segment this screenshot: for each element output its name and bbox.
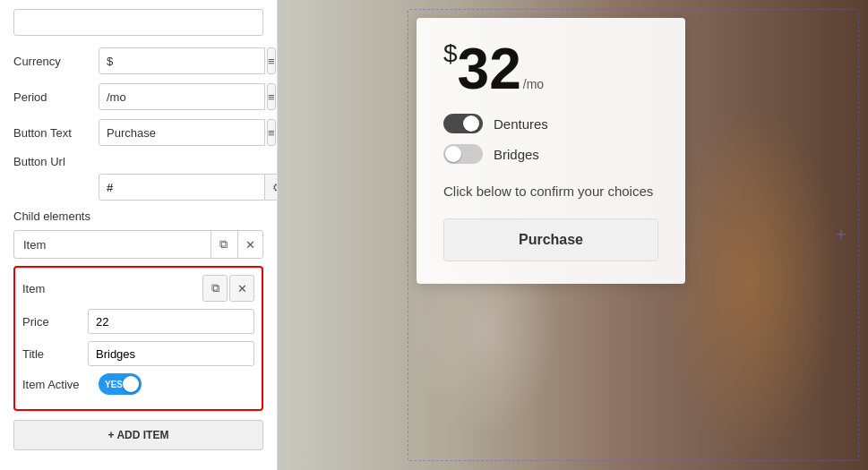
top-textarea[interactable] bbox=[13, 9, 263, 36]
currency-label: Currency bbox=[13, 55, 99, 68]
purchase-button[interactable]: Purchase bbox=[443, 218, 658, 261]
button-text-input[interactable] bbox=[99, 119, 265, 146]
add-item-label: + ADD ITEM bbox=[108, 429, 169, 441]
item-active-toggle-wrap: YES bbox=[99, 373, 142, 395]
button-text-lines-icon[interactable]: ≡ bbox=[267, 119, 276, 146]
item-copy-icon-1[interactable]: ⧉ bbox=[211, 231, 236, 258]
price-display: $32/mo bbox=[443, 40, 658, 98]
add-item-button[interactable]: + ADD ITEM bbox=[13, 420, 263, 450]
price-label: Price bbox=[22, 315, 88, 329]
item-close-icon-1[interactable]: ✕ bbox=[237, 231, 262, 258]
item-name-1: Item bbox=[14, 233, 209, 257]
button-text-label: Button Text bbox=[13, 126, 99, 140]
bridges-toggle-knob bbox=[445, 146, 461, 162]
title-label: Title bbox=[22, 347, 88, 361]
button-url-wrap: ⚙ ≡ bbox=[99, 174, 278, 201]
item-name-2: Item bbox=[22, 282, 201, 295]
period-lines-icon[interactable]: ≡ bbox=[267, 83, 276, 110]
currency-lines-icon[interactable]: ≡ bbox=[267, 47, 276, 74]
item-active-label: Item Active bbox=[22, 378, 99, 391]
title-row: Title bbox=[22, 341, 254, 366]
currency-input[interactable] bbox=[99, 47, 265, 74]
button-url-label: Button Url bbox=[13, 155, 99, 168]
toggle-yes-label: YES bbox=[105, 380, 123, 389]
toggle-item-bridges: Bridges bbox=[443, 144, 658, 164]
period-label: Period bbox=[13, 90, 99, 104]
child-elements-label: Child elements bbox=[13, 209, 263, 223]
right-panel: $32/mo Dentures Bridges Click below to c… bbox=[278, 0, 868, 470]
item-close-icon-2[interactable]: ✕ bbox=[229, 275, 254, 302]
item-expanded-header: Item ⧉ ✕ bbox=[22, 275, 254, 302]
button-text-row: Button Text ≡ bbox=[13, 119, 263, 146]
left-panel: Currency ≡ Period ≡ Button Text ≡ Button… bbox=[0, 0, 278, 470]
dentures-toggle-knob bbox=[463, 115, 479, 132]
item-expanded-2: Item ⧉ ✕ Price Title Item Active YES bbox=[13, 266, 263, 411]
button-url-row: Button Url bbox=[13, 155, 263, 168]
currency-row: Currency ≡ bbox=[13, 47, 263, 74]
purchase-label: Purchase bbox=[519, 232, 583, 247]
button-url-input-row: ⚙ ≡ bbox=[13, 174, 263, 201]
confirm-text: Click below to confirm your choices bbox=[443, 182, 658, 202]
button-url-input[interactable] bbox=[99, 174, 265, 201]
item-copy-icon-2[interactable]: ⧉ bbox=[202, 275, 228, 302]
pricing-card: $32/mo Dentures Bridges Click below to c… bbox=[417, 18, 685, 284]
dentures-toggle[interactable] bbox=[443, 114, 483, 133]
plus-icon[interactable]: + bbox=[830, 225, 852, 246]
price-amount: 32 bbox=[458, 37, 521, 101]
price-input[interactable] bbox=[88, 309, 254, 334]
period-row: Period ≡ bbox=[13, 83, 263, 110]
toggle-knob bbox=[123, 376, 139, 392]
button-url-gear-icon[interactable]: ⚙ bbox=[265, 174, 278, 201]
title-input[interactable] bbox=[88, 341, 254, 366]
bridges-toggle[interactable] bbox=[443, 144, 483, 164]
toggle-item-dentures: Dentures bbox=[443, 114, 658, 133]
item-row-1: Item ⧉ ✕ bbox=[13, 230, 263, 259]
price-row: Price bbox=[22, 309, 254, 334]
price-period: /mo bbox=[523, 77, 544, 91]
item-active-row: Item Active YES bbox=[22, 373, 254, 395]
price-dollar: $ bbox=[443, 39, 458, 67]
bridges-label: Bridges bbox=[494, 147, 539, 162]
item-active-toggle[interactable]: YES bbox=[99, 373, 142, 395]
period-input[interactable] bbox=[99, 83, 265, 110]
dentures-label: Dentures bbox=[494, 116, 548, 132]
toggle-items-list: Dentures Bridges bbox=[443, 114, 658, 164]
